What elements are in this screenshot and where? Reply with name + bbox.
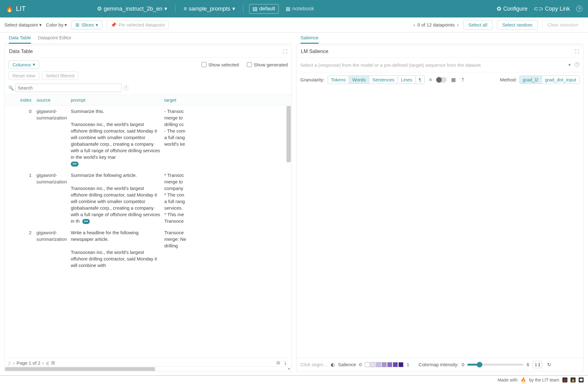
legend-swatch — [376, 362, 381, 367]
select-datapoint-menu[interactable]: Select datapoint ▾ — [4, 22, 42, 28]
colormap-slider[interactable] — [467, 364, 523, 366]
col-prompt[interactable]: prompt — [71, 97, 164, 103]
method-grad-dot-input[interactable]: grad_dot_input — [542, 76, 579, 84]
salience-body — [296, 87, 583, 357]
expand-icon[interactable]: ⛶ — [575, 49, 579, 54]
model-selector[interactable]: ⚙ gemma_instruct_2b_en ▾ — [94, 4, 170, 13]
tab-data-table[interactable]: Data Table — [9, 35, 31, 44]
table-view-icon[interactable]: ⊞ — [51, 360, 55, 366]
stepper-icon[interactable]: ▴▾ — [538, 362, 540, 367]
page-footer: Made with 🔥 by the LIT team 🐞 🔒 💬 — [0, 375, 588, 384]
salience-target-selector[interactable]: Select a (response) from the model or a … — [296, 58, 583, 72]
copy-link-button[interactable]: ⊂⊃ Copy Link — [534, 5, 570, 12]
layout-default-button[interactable]: ▤ default — [249, 4, 279, 14]
chevron-down-icon: ▾ — [33, 62, 35, 67]
granularity-pilcrow[interactable]: ¶ — [416, 76, 424, 84]
granularity-words[interactable]: Words — [349, 76, 369, 84]
granularity-lines[interactable]: Lines — [398, 76, 416, 84]
nav-next-icon[interactable]: › — [457, 22, 459, 27]
search-input[interactable] — [16, 84, 122, 92]
select-all-button[interactable]: Select all — [463, 20, 493, 30]
footer-text-2: by the LIT team — [529, 377, 559, 382]
method-label: Method: — [500, 77, 517, 82]
expand-pill[interactable]: ••• — [82, 219, 90, 224]
help-icon[interactable]: ? — [576, 6, 582, 12]
split-icon[interactable]: † — [460, 76, 465, 83]
nav-prev-icon[interactable]: ‹ — [413, 22, 415, 27]
select-datapoint-label: Select datapoint — [4, 22, 38, 27]
top-right: ✿ Configure ⊂⊃ Copy Link ? — [497, 5, 582, 12]
salience-controls: Granularity: Tokens Words Sentences Line… — [296, 72, 583, 87]
separator — [243, 5, 243, 13]
display-toggle[interactable] — [436, 77, 447, 83]
legend-swatch — [387, 362, 392, 367]
cell-index: 1 — [8, 172, 36, 224]
lock-icon[interactable]: 🔒 — [571, 377, 576, 382]
help-icon[interactable]: ? — [123, 85, 128, 90]
columns-button[interactable]: Columns ▾ — [8, 60, 39, 69]
show-selected-checkbox[interactable]: Show selected — [201, 62, 239, 67]
fire-icon: 🔥 — [521, 377, 526, 382]
dataset-selector[interactable]: ≡ sample_prompts ▾ — [181, 4, 238, 13]
hscroll-thumb[interactable] — [5, 367, 155, 371]
pin-datapoint-button[interactable]: 📌 Pin selected datapoint — [107, 21, 169, 29]
table-row[interactable]: 1gigaword-summarizationSummarize the fol… — [5, 169, 292, 227]
copy-icon[interactable]: ⧉ — [277, 360, 280, 366]
cell-target: - Transoc merge to drilling cc - The com… — [164, 108, 199, 167]
download-icon[interactable]: ⭳ — [283, 360, 288, 366]
col-index[interactable]: index — [8, 97, 36, 103]
scale-max: 1 — [407, 362, 409, 367]
search-icon: 🔍 — [8, 85, 14, 90]
show-generated-checkbox[interactable]: Show generated — [247, 62, 288, 67]
select-random-button[interactable]: Select random — [497, 20, 538, 30]
columns-label: Columns — [12, 62, 31, 67]
tab-salience[interactable]: Salience — [301, 35, 319, 44]
reset-icon[interactable]: ↻ — [547, 362, 551, 367]
col-target[interactable]: target — [164, 97, 199, 103]
clear-selection-button[interactable]: Clear selection — [542, 20, 584, 30]
checkbox[interactable] — [247, 62, 252, 67]
color-by-menu[interactable]: Color by ▾ — [46, 22, 67, 28]
reset-view-button[interactable]: Reset view — [8, 71, 39, 80]
bug-icon[interactable]: 🐞 — [562, 377, 567, 382]
pager-text: Page 1 of 2 — [17, 360, 41, 366]
scroll-right-icon[interactable]: ▸ — [288, 367, 290, 371]
select-filtered-button[interactable]: Select filtered — [42, 71, 78, 80]
colormap-value: 1 — [535, 362, 537, 367]
footer-text-1: Made with — [498, 377, 518, 382]
density-icon[interactable]: ≡ — [428, 76, 433, 83]
salience-header: LM Salience ⛶ — [296, 46, 583, 58]
app-name: LIT — [16, 5, 26, 13]
pin-label: Pin selected datapoint — [118, 22, 165, 27]
slices-label: Slices — [81, 22, 94, 27]
colormap-label: Colormap intensity: — [419, 362, 459, 367]
granularity-tokens[interactable]: Tokens — [328, 76, 349, 84]
tab-datapoint-editor[interactable]: Datapoint Editor — [38, 35, 71, 44]
table-header: index source prompt target — [5, 95, 292, 105]
expand-pill[interactable]: ••• — [71, 162, 79, 167]
page-last-icon[interactable]: ›| — [46, 360, 49, 366]
chevron-down-icon[interactable]: ▾ — [568, 62, 571, 68]
grid-view-icon[interactable]: ▦ — [450, 76, 457, 83]
layout-notebook-button[interactable]: ▦ notebook — [282, 4, 317, 13]
top-center: ⚙ gemma_instruct_2b_en ▾ ≡ sample_prompt… — [94, 4, 317, 14]
table-row[interactable]: 0gigaword-summarizationSummarize this. T… — [5, 105, 292, 169]
table-hscroll[interactable]: ◂ ▸ — [5, 366, 292, 371]
col-source[interactable]: source — [36, 97, 71, 103]
page-first-icon[interactable]: |‹ — [8, 360, 11, 366]
configure-label: Configure — [503, 6, 528, 12]
table-row[interactable]: 2gigaword-summarizationWrite a headline … — [5, 227, 292, 271]
page-next-icon[interactable]: › — [42, 360, 44, 366]
granularity-sentences[interactable]: Sentences — [369, 76, 398, 84]
method-grad-l2[interactable]: grad_l2 — [520, 76, 542, 84]
page-prev-icon[interactable]: ‹ — [13, 360, 15, 366]
help-icon[interactable]: ? — [575, 62, 580, 67]
scrollbar-thumb[interactable] — [287, 106, 291, 162]
feedback-icon[interactable]: 💬 — [579, 377, 584, 382]
expand-icon[interactable]: ⛶ — [283, 49, 287, 54]
colormap-value-input[interactable]: 1 ▴▾ — [533, 361, 542, 368]
slices-button[interactable]: ⊞ Slices ▾ — [71, 21, 102, 29]
left-tabs: Data Table Datapoint Editor — [4, 32, 292, 44]
checkbox[interactable] — [201, 62, 206, 67]
configure-button[interactable]: ✿ Configure — [497, 5, 528, 12]
